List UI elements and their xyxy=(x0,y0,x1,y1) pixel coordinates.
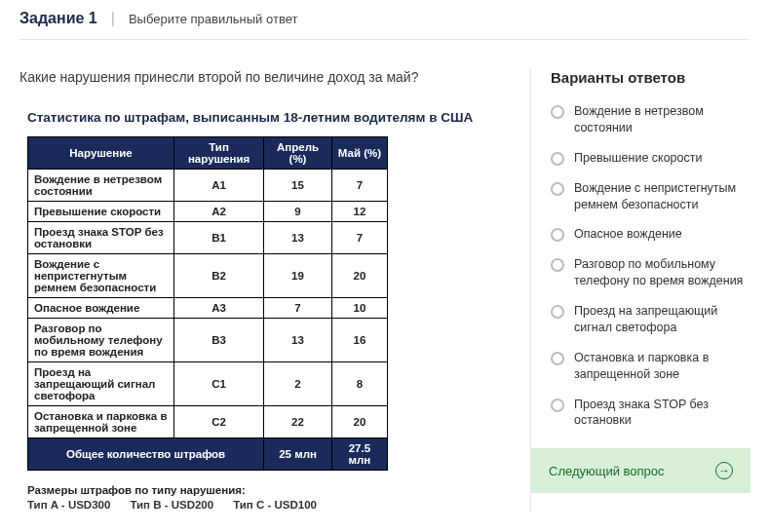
answer-option-5[interactable]: Проезд на запрещающий сигнал светофора xyxy=(551,303,750,336)
radio-icon xyxy=(551,399,564,412)
cell-violation: Вождение с непристегнутым ремнем безопас… xyxy=(28,254,174,298)
cell-type: B2 xyxy=(174,254,264,298)
answer-option-4[interactable]: Разговор по мобильному телефону по время… xyxy=(551,256,750,289)
answer-option-3[interactable]: Опасное вождение xyxy=(551,226,750,243)
cell-april: 7 xyxy=(264,298,332,319)
cell-may: 20 xyxy=(331,406,387,438)
answers-title: Варианты ответов xyxy=(551,69,750,86)
col-april: Апрель (%) xyxy=(264,137,332,170)
cell-may: 20 xyxy=(331,254,387,298)
table-row: Превышение скоростиA2912 xyxy=(28,202,388,222)
answer-option-1[interactable]: Превышение скорости xyxy=(551,150,750,167)
cell-may: 12 xyxy=(331,202,387,222)
cell-type: A2 xyxy=(174,202,264,222)
cell-violation: Разговор по мобильному телефону по время… xyxy=(28,319,174,362)
cell-may: 16 xyxy=(331,319,387,362)
stats-table: Нарушение Тип нарушения Апрель (%) Май (… xyxy=(27,136,388,471)
answers-panel: Варианты ответов Вождение в нетрезвом со… xyxy=(530,69,750,511)
option-label: Проезд знака STOP без остановки xyxy=(574,397,750,430)
fine-c: Тип C - USD100 xyxy=(233,499,317,511)
cell-may: 8 xyxy=(331,362,387,406)
cell-april: 22 xyxy=(264,406,332,438)
next-question-button[interactable]: Следующий вопрос → xyxy=(531,448,750,493)
cell-april: 13 xyxy=(264,222,332,254)
cell-total-april: 25 млн xyxy=(264,438,332,471)
cell-violation: Вождение в нетрезвом состоянии xyxy=(28,170,174,202)
table-row: Проезд на запрещающий сигнал светофораC1… xyxy=(28,362,388,406)
cell-violation: Проезд на запрещающий сигнал светофора xyxy=(28,362,174,406)
cell-type: A1 xyxy=(174,170,264,202)
table-row: Вождение в нетрезвом состоянииA1157 xyxy=(28,170,388,202)
radio-icon xyxy=(551,258,564,272)
radio-icon xyxy=(551,105,564,119)
cell-april: 15 xyxy=(264,170,332,202)
cell-may: 7 xyxy=(331,222,387,254)
cell-april: 19 xyxy=(264,254,332,298)
cell-violation: Остановка и парковка в запрещенной зоне xyxy=(28,406,174,438)
answer-option-6[interactable]: Остановка и парковка в запрещенной зоне xyxy=(551,350,750,383)
header-bar: Задание 1 | Выберите правильный ответ xyxy=(19,10,750,40)
cell-total-label: Общее количество штрафов xyxy=(28,438,264,471)
cell-april: 9 xyxy=(264,202,332,222)
fine-sizes: Тип A - USD300 Тип B - USD200 Тип C - US… xyxy=(27,499,520,511)
cell-type: A3 xyxy=(174,298,264,319)
option-label: Разговор по мобильному телефону по время… xyxy=(574,256,750,289)
option-label: Вождение с непристегнутым ремнем безопас… xyxy=(574,180,750,213)
footnote-label: Размеры штрафов по типу нарушения: xyxy=(27,482,520,499)
cell-total-may: 27.5 млн xyxy=(331,438,387,471)
cell-may: 7 xyxy=(331,170,387,202)
table-row: Остановка и парковка в запрещенной зонеC… xyxy=(28,406,388,438)
cell-violation: Проезд знака STOP без остановки xyxy=(28,222,174,254)
cell-type: B1 xyxy=(174,222,264,254)
option-label: Проезд на запрещающий сигнал светофора xyxy=(574,303,750,336)
answer-option-0[interactable]: Вождение в нетрезвом состоянии xyxy=(551,103,750,136)
answer-option-2[interactable]: Вождение с непристегнутым ремнем безопас… xyxy=(551,180,750,213)
cell-violation: Превышение скорости xyxy=(28,202,174,222)
col-type: Тип нарушения xyxy=(174,137,264,170)
instruction-text: Выберите правильный ответ xyxy=(129,12,298,26)
cell-type: B3 xyxy=(174,319,264,362)
question-text: Какие нарушения принесли второй по велич… xyxy=(19,69,520,85)
col-violation: Нарушение xyxy=(28,137,174,170)
radio-icon xyxy=(551,152,564,166)
cell-may: 10 xyxy=(331,298,387,319)
cell-type: C1 xyxy=(174,362,264,406)
table-total-row: Общее количество штрафов25 млн27.5 млн xyxy=(28,438,388,471)
table-header-row: Нарушение Тип нарушения Апрель (%) Май (… xyxy=(28,137,388,170)
col-may: Май (%) xyxy=(331,137,387,170)
table-title: Статистика по штрафам, выписанным 18-лет… xyxy=(27,110,520,125)
radio-icon xyxy=(551,228,564,242)
question-panel: Какие нарушения принесли второй по велич… xyxy=(19,69,520,511)
table-row: Опасное вождениеA3710 xyxy=(28,298,388,319)
cell-violation: Опасное вождение xyxy=(28,298,174,319)
cell-april: 2 xyxy=(264,362,332,406)
option-label: Опасное вождение xyxy=(574,226,682,243)
option-label: Вождение в нетрезвом состоянии xyxy=(574,103,750,136)
fine-b: Тип B - USD200 xyxy=(130,499,213,511)
radio-icon xyxy=(551,352,564,365)
cell-april: 13 xyxy=(264,319,332,362)
cell-type: C2 xyxy=(174,406,264,438)
next-button-label: Следующий вопрос xyxy=(549,464,665,478)
divider-icon: | xyxy=(111,10,115,27)
radio-icon xyxy=(551,182,564,196)
task-number: Задание 1 xyxy=(19,10,97,27)
table-row: Разговор по мобильному телефону по время… xyxy=(28,319,388,362)
table-row: Вождение с непристегнутым ремнем безопас… xyxy=(28,254,388,298)
option-label: Остановка и парковка в запрещенной зоне xyxy=(574,350,750,383)
option-label: Превышение скорости xyxy=(574,150,702,167)
radio-icon xyxy=(551,305,564,319)
table-row: Проезд знака STOP без остановкиB1137 xyxy=(28,222,388,254)
fine-a: Тип A - USD300 xyxy=(27,499,110,511)
arrow-right-icon: → xyxy=(715,462,733,479)
answer-option-7[interactable]: Проезд знака STOP без остановки xyxy=(551,397,750,430)
